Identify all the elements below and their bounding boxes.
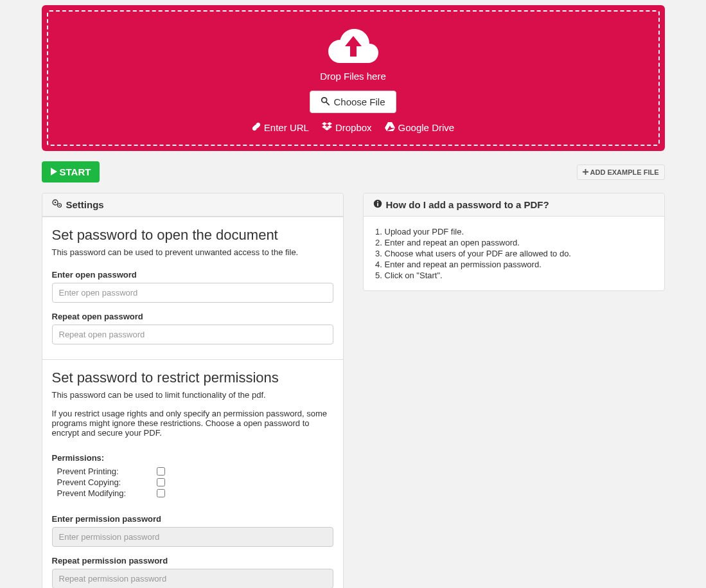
permission-password-desc: This password can be used to limit funct… xyxy=(52,390,333,400)
settings-title: Settings xyxy=(66,199,104,210)
help-step: Choose what users of your PDF are allowe… xyxy=(385,248,655,259)
repeat-open-password-label: Repeat open password xyxy=(52,312,333,321)
start-button-label: START xyxy=(60,166,91,177)
help-step: Enter and repeat an open password. xyxy=(385,237,655,248)
help-step: Upload your PDF file. xyxy=(385,226,655,237)
add-example-file-label: ADD EXAMPLE FILE xyxy=(590,168,659,176)
help-steps-list: Upload your PDF file.Enter and repeat an… xyxy=(373,226,655,281)
help-step: Enter and repeat an permission password. xyxy=(385,259,655,270)
choose-file-label: Choose File xyxy=(333,96,385,107)
help-step: Click on "Start". xyxy=(385,270,655,281)
prevent-modifying-label: Prevent Modifying: xyxy=(57,488,157,498)
enter-open-password-input[interactable] xyxy=(52,283,333,303)
google-drive-icon xyxy=(385,122,395,133)
plus-icon xyxy=(583,168,588,176)
choose-file-button[interactable]: Choose File xyxy=(310,91,396,113)
permission-password-title: Set password to restrict permissions xyxy=(52,370,333,386)
file-dropzone[interactable]: Drop Files here Choose File Enter URL xyxy=(42,5,665,151)
prevent-modifying-checkbox[interactable] xyxy=(157,489,165,497)
svg-line-1 xyxy=(326,102,329,105)
enter-permission-password-label: Enter permission password xyxy=(52,514,333,524)
enter-url-label: Enter URL xyxy=(264,122,309,133)
settings-panel-heading: Settings xyxy=(42,193,343,217)
prevent-printing-label: Prevent Printing: xyxy=(57,467,157,476)
open-password-title: Set password to open the document xyxy=(52,227,333,244)
open-password-section: Set password to open the document This p… xyxy=(42,217,344,360)
enter-url-link[interactable]: Enter URL xyxy=(252,122,309,133)
start-button[interactable]: START xyxy=(42,161,100,183)
prevent-printing-checkbox[interactable] xyxy=(157,467,165,476)
google-drive-label: Google Drive xyxy=(398,122,455,133)
google-drive-link[interactable]: Google Drive xyxy=(385,122,455,133)
svg-point-3 xyxy=(54,202,56,204)
play-icon xyxy=(51,166,57,177)
help-panel: How do I add a password to a PDF? Upload… xyxy=(363,193,665,291)
repeat-permission-password-input[interactable] xyxy=(52,569,333,588)
permission-password-note: If you restrict usage rights and only sp… xyxy=(52,409,333,438)
dropbox-link[interactable]: Dropbox xyxy=(322,122,372,133)
dropbox-label: Dropbox xyxy=(335,122,372,133)
drop-files-label: Drop Files here xyxy=(55,71,652,82)
svg-point-8 xyxy=(377,201,378,202)
dropbox-icon xyxy=(322,122,332,133)
permission-password-section: Set password to restrict permissions Thi… xyxy=(42,360,344,588)
permissions-label: Permissions: xyxy=(52,453,333,463)
info-icon xyxy=(373,199,382,210)
dropzone-inner: Drop Files here Choose File Enter URL xyxy=(47,10,660,146)
svg-rect-7 xyxy=(377,203,378,206)
svg-point-5 xyxy=(58,205,60,206)
add-example-file-button[interactable]: ADD EXAMPLE FILE xyxy=(577,165,665,180)
enter-open-password-label: Enter open password xyxy=(52,270,333,280)
enter-permission-password-input[interactable] xyxy=(52,527,333,547)
cloud-upload-icon xyxy=(327,27,380,67)
repeat-permission-password-label: Repeat permission password xyxy=(52,556,333,566)
open-password-desc: This password can be used to prevent unw… xyxy=(52,247,333,257)
help-panel-heading: How do I add a password to a PDF? xyxy=(364,193,664,217)
help-title: How do I add a password to a PDF? xyxy=(386,199,549,210)
prevent-copying-checkbox[interactable] xyxy=(157,478,165,486)
search-icon xyxy=(321,96,330,107)
link-icon xyxy=(252,122,261,133)
repeat-open-password-input[interactable] xyxy=(52,325,333,344)
gears-icon xyxy=(52,199,62,210)
prevent-copying-label: Prevent Copying: xyxy=(57,477,157,487)
